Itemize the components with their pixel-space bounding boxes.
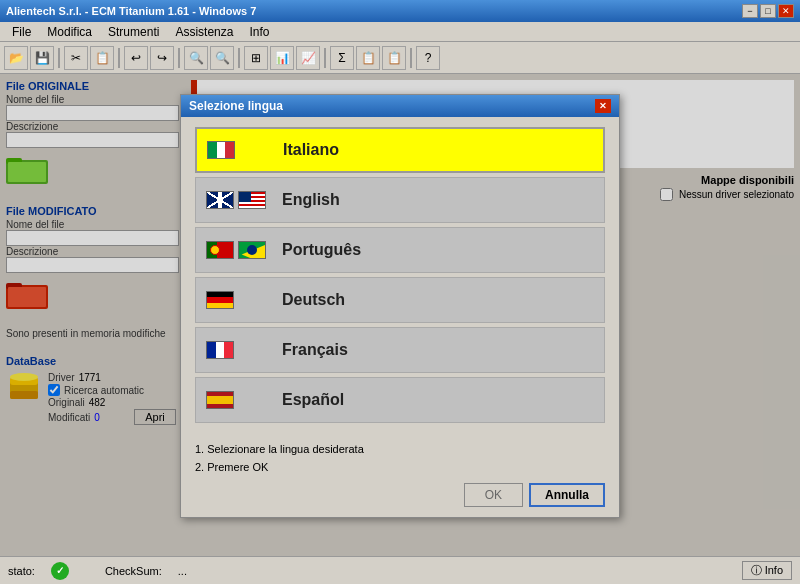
- lang-name-italiano: Italiano: [283, 141, 593, 159]
- tool-btn-4[interactable]: 📋: [90, 46, 114, 70]
- lang-flags-italiano: [207, 141, 271, 159]
- lang-item-english[interactable]: English: [195, 177, 605, 223]
- lang-flags-espanol: [206, 391, 270, 409]
- annulla-button[interactable]: Annulla: [529, 483, 605, 507]
- status-bar: stato: ✓ CheckSum: ... ⓘ Info: [0, 556, 800, 584]
- lang-name-espanol: Español: [282, 391, 594, 409]
- menu-assistenza[interactable]: Assistenza: [167, 23, 241, 41]
- maximize-button[interactable]: □: [760, 4, 776, 18]
- menu-strumenti[interactable]: Strumenti: [100, 23, 167, 41]
- lang-flags-portugues: [206, 241, 270, 259]
- window-controls: − □ ✕: [742, 4, 794, 18]
- modal-overlay: Selezione lingua ✕ Italiano: [0, 74, 800, 556]
- toolbar-separator-6: [410, 48, 412, 68]
- flag-de: [206, 291, 234, 309]
- lang-name-portugues: Português: [282, 241, 594, 259]
- dialog-title-text: Selezione lingua: [189, 99, 283, 113]
- tool-btn-help[interactable]: ?: [416, 46, 440, 70]
- lang-item-espanol[interactable]: Español: [195, 377, 605, 423]
- tool-btn-7[interactable]: 🔍: [184, 46, 208, 70]
- stato-label: stato:: [8, 565, 35, 577]
- toolbar-separator-5: [324, 48, 326, 68]
- tool-btn-8[interactable]: 🔍: [210, 46, 234, 70]
- status-check-icon: ✓: [51, 562, 69, 580]
- info-button[interactable]: ⓘ Info: [742, 561, 792, 580]
- flag-br: [238, 241, 266, 259]
- close-button[interactable]: ✕: [778, 4, 794, 18]
- lang-name-deutsch: Deutsch: [282, 291, 594, 309]
- menu-info[interactable]: Info: [241, 23, 277, 41]
- flag-gb: [206, 191, 234, 209]
- flag-it: [207, 141, 235, 159]
- checksum-value: ...: [178, 565, 187, 577]
- dialog-title-bar: Selezione lingua ✕: [181, 95, 619, 117]
- dialog-buttons: OK Annulla: [195, 483, 605, 507]
- instruction-2: 2. Premere OK: [195, 461, 605, 473]
- tool-btn-5[interactable]: ↩: [124, 46, 148, 70]
- title-bar: Alientech S.r.l. - ECM Titanium 1.61 - W…: [0, 0, 800, 22]
- tool-btn-14[interactable]: 📋: [382, 46, 406, 70]
- lang-item-italiano[interactable]: Italiano: [195, 127, 605, 173]
- menu-file[interactable]: File: [4, 23, 39, 41]
- ok-button[interactable]: OK: [464, 483, 523, 507]
- toolbar-separator-3: [178, 48, 180, 68]
- lang-item-portugues[interactable]: Português: [195, 227, 605, 273]
- tool-btn-9[interactable]: ⊞: [244, 46, 268, 70]
- toolbar-separator-2: [118, 48, 120, 68]
- lang-flags-english: [206, 191, 270, 209]
- instruction-1: 1. Selezionare la lingua desiderata: [195, 443, 605, 455]
- tool-btn-1[interactable]: 📂: [4, 46, 28, 70]
- tool-btn-6[interactable]: ↪: [150, 46, 174, 70]
- flag-es: [206, 391, 234, 409]
- tool-btn-13[interactable]: 📋: [356, 46, 380, 70]
- lang-name-francais: Français: [282, 341, 594, 359]
- tool-btn-10[interactable]: 📊: [270, 46, 294, 70]
- menu-modifica[interactable]: Modifica: [39, 23, 100, 41]
- lang-flags-francais: [206, 341, 270, 359]
- lang-name-english: English: [282, 191, 594, 209]
- tool-btn-3[interactable]: ✂: [64, 46, 88, 70]
- lang-item-francais[interactable]: Français: [195, 327, 605, 373]
- language-list: Italiano English Português: [181, 117, 619, 437]
- toolbar: 📂 💾 ✂ 📋 ↩ ↪ 🔍 🔍 ⊞ 📊 📈 Σ 📋 📋 ?: [0, 42, 800, 74]
- menu-bar: File Modifica Strumenti Assistenza Info: [0, 22, 800, 42]
- dialog-close-button[interactable]: ✕: [595, 99, 611, 113]
- toolbar-separator-4: [238, 48, 240, 68]
- lang-item-deutsch[interactable]: Deutsch: [195, 277, 605, 323]
- minimize-button[interactable]: −: [742, 4, 758, 18]
- tool-btn-2[interactable]: 💾: [30, 46, 54, 70]
- checksum-label: CheckSum:: [105, 565, 162, 577]
- window-title: Alientech S.r.l. - ECM Titanium 1.61 - W…: [6, 5, 256, 17]
- flag-fr: [206, 341, 234, 359]
- language-dialog: Selezione lingua ✕ Italiano: [180, 94, 620, 518]
- flag-pt: [206, 241, 234, 259]
- tool-btn-11[interactable]: 📈: [296, 46, 320, 70]
- tool-btn-12[interactable]: Σ: [330, 46, 354, 70]
- main-content-area: File ORIGINALE Nome del file Descrizione…: [0, 74, 800, 556]
- lang-flags-deutsch: [206, 291, 270, 309]
- flag-us: [238, 191, 266, 209]
- toolbar-separator-1: [58, 48, 60, 68]
- dialog-footer: 1. Selezionare la lingua desiderata 2. P…: [181, 437, 619, 517]
